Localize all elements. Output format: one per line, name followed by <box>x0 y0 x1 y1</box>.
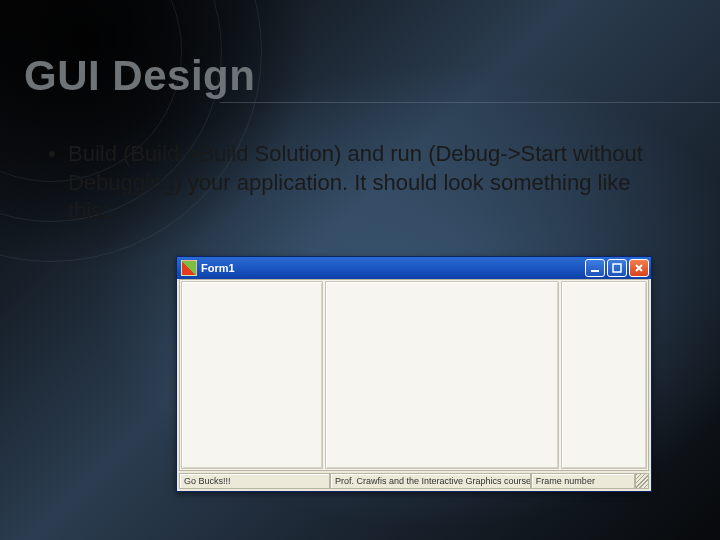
bullet-text: Build (Build->Build Solution) and run (D… <box>68 140 672 226</box>
app-icon <box>181 260 197 276</box>
slide-body: • Build (Build->Build Solution) and run … <box>48 140 672 226</box>
form1-window: Form1 <box>176 256 652 492</box>
svg-rect-1 <box>613 264 621 272</box>
close-button[interactable] <box>629 259 649 277</box>
maximize-button[interactable] <box>607 259 627 277</box>
window-title: Form1 <box>201 262 235 274</box>
status-bar: Go Bucks!!! Prof. Crawfis and the Intera… <box>179 473 649 489</box>
svg-rect-0 <box>591 270 599 272</box>
minimize-icon <box>590 263 600 273</box>
bullet-marker: • <box>48 140 68 226</box>
close-icon <box>634 263 644 273</box>
bullet-item: • Build (Build->Build Solution) and run … <box>48 140 672 226</box>
status-cell-right: Frame number <box>531 473 635 489</box>
slide: GUI Design • Build (Build->Build Solutio… <box>0 0 720 540</box>
titlebar[interactable]: Form1 <box>177 257 651 279</box>
center-panel <box>325 281 558 469</box>
status-cell-left: Go Bucks!!! <box>179 473 330 489</box>
right-panel <box>561 281 647 469</box>
client-area <box>179 279 649 471</box>
minimize-button[interactable] <box>585 259 605 277</box>
slide-title: GUI Design <box>24 52 255 100</box>
left-panel <box>181 281 323 469</box>
maximize-icon <box>612 263 622 273</box>
status-cell-middle: Prof. Crawfis and the Interactive Graphi… <box>330 473 531 489</box>
title-underline <box>220 102 720 103</box>
resize-grip-icon[interactable] <box>635 473 649 489</box>
